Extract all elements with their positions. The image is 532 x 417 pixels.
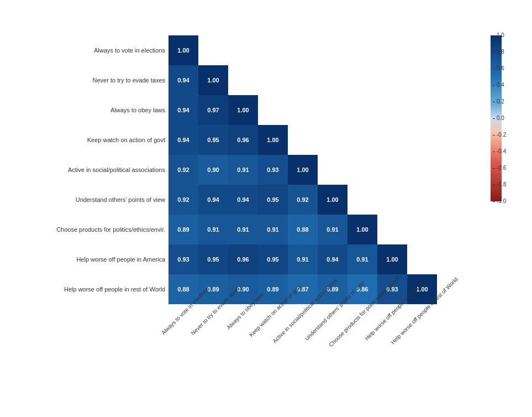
matrix-row: 0.920.940.940.950.921.00 (168, 185, 437, 215)
matrix-cell (377, 95, 407, 125)
matrix-row: 0.890.910.910.910.880.911.00 (168, 215, 437, 244)
matrix-cell: 1.00 (228, 95, 258, 125)
matrix-cell: 0.89 (168, 215, 198, 244)
matrix-cell: 0.91 (288, 244, 318, 274)
row-label: Always to vote in elections (6, 35, 168, 65)
row-label: Understand others' points of view (6, 185, 168, 215)
col-label-wrap: Always to vote in elections (168, 304, 198, 315)
matrix-cell: 0.91 (228, 215, 258, 244)
matrix-cell: 0.91 (258, 215, 288, 244)
matrix-cell: 0.93 (168, 244, 198, 274)
matrix-cell (347, 125, 377, 155)
matrix-cell (288, 125, 318, 155)
matrix-cell: 0.90 (198, 155, 228, 185)
legend-tick: -0.8 (493, 181, 506, 187)
matrix-cell (407, 95, 437, 125)
row-label: Never to try to evade taxes (6, 65, 168, 95)
matrix-cell (377, 35, 407, 65)
legend-tick: 0.0 (493, 115, 504, 121)
matrix-cell: 0.95 (198, 244, 228, 274)
matrix-cell (407, 155, 437, 185)
matrix-cell: 0.94 (168, 95, 198, 125)
matrix-cell (228, 65, 258, 95)
row-label: Keep watch on action of govt (6, 125, 168, 155)
matrix-cell: 1.00 (288, 155, 318, 185)
matrix-cell (407, 185, 437, 215)
matrix-cell: 0.92 (168, 185, 198, 215)
row-label: Help worse off people in rest of World (6, 274, 168, 304)
row-label: Always to obey laws (6, 95, 168, 125)
col-label-wrap: Active in social/political associations (288, 304, 318, 315)
legend-tick: -1.0 (493, 198, 506, 204)
col-label-wrap: Keep watch on action of govt (258, 304, 288, 315)
matrix-cell: 1.00 (347, 215, 377, 244)
matrix-cell: 0.94 (198, 185, 228, 215)
col-label-wrap: Always to obey laws (228, 304, 258, 315)
matrix-row: 0.941.00 (168, 65, 437, 95)
legend-tick: 0.6 (493, 65, 504, 71)
legend-tick: 0.2 (493, 98, 504, 105)
col-label-wrap: Never to try to evade taxes (198, 304, 228, 315)
matrix-cell (258, 35, 288, 65)
matrix-row: 0.940.971.00 (168, 95, 437, 125)
matrix-row: 0.930.950.960.950.910.940.911.00 (168, 244, 437, 274)
matrix-cell: 1.00 (318, 185, 347, 215)
legend-tick: 1.0 (493, 32, 504, 38)
matrix-cell: 0.94 (318, 244, 347, 274)
matrix-cell: 0.94 (228, 185, 258, 215)
matrix-row: 1.00 (168, 35, 437, 65)
legend-tick: 0.4 (493, 82, 504, 88)
col-label-wrap: Help worse off people in America (377, 304, 407, 315)
matrix-cell: 1.00 (258, 125, 288, 155)
matrix-cell (377, 155, 407, 185)
matrix-cell: 0.96 (228, 125, 258, 155)
matrix-cell (318, 125, 347, 155)
matrix-cell (377, 185, 407, 215)
row-label: Choose products for politics/ethics/envi… (6, 215, 168, 244)
col-label-wrap: Help worse off people in rest of World (407, 304, 437, 315)
matrix-cell (258, 65, 288, 95)
legend-tick: -0.6 (493, 165, 506, 171)
matrix-cell (318, 155, 347, 185)
matrix-row: 0.940.950.961.00 (168, 125, 437, 155)
matrix-cell: 0.91 (347, 244, 377, 274)
matrix-cell: 0.96 (228, 244, 258, 274)
matrix-cell (288, 65, 318, 95)
matrix-cell (407, 35, 437, 65)
col-labels-area: Always to vote in electionsNever to try … (168, 304, 437, 315)
matrix-cell (377, 65, 407, 95)
matrix-cell: 0.95 (198, 125, 228, 155)
matrix-cell (258, 95, 288, 125)
matrix-cell: 0.91 (318, 215, 347, 244)
matrix-cell (228, 35, 258, 65)
legend-tick: -0.2 (493, 132, 506, 138)
matrix-cell (347, 65, 377, 95)
matrix-row: 0.920.900.910.931.00 (168, 155, 437, 185)
matrix-cell (407, 125, 437, 155)
matrix-cell (347, 155, 377, 185)
matrix-cell: 0.94 (168, 65, 198, 95)
matrix-cell: 0.93 (258, 155, 288, 185)
matrix-cell: 1.00 (198, 65, 228, 95)
legend-tick: -0.4 (493, 148, 506, 154)
matrix-area: 1.000.941.000.940.971.000.940.950.961.00… (168, 35, 437, 304)
matrix-cell: 1.00 (168, 35, 198, 65)
matrix-cell (318, 65, 347, 95)
matrix-cell (407, 65, 437, 95)
matrix-cell (377, 215, 407, 244)
matrix-cell: 1.00 (377, 244, 407, 274)
row-label: Active in social/political associations (6, 155, 168, 185)
row-label: Help worse off people in America (6, 244, 168, 274)
matrix-cell: 0.94 (168, 125, 198, 155)
matrix-cell (347, 185, 377, 215)
matrix-cell (318, 35, 347, 65)
matrix-cell (288, 35, 318, 65)
matrix-cell (347, 95, 377, 125)
matrix-cell (198, 35, 228, 65)
matrix-cell: 0.95 (258, 185, 288, 215)
col-label-wrap: Choose products for politics/ethics/envi… (347, 304, 377, 315)
matrix-cell: 0.91 (228, 155, 258, 185)
matrix-cell (288, 95, 318, 125)
chart-container: Always to vote in electionsNever to try … (0, 11, 532, 417)
matrix-cell (318, 95, 347, 125)
